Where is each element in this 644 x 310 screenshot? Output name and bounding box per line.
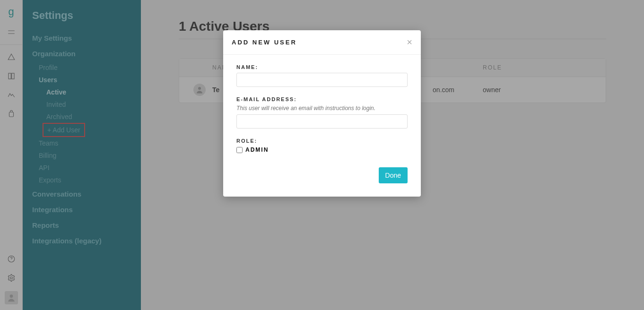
role-field-group: ROLE: ADMIN — [236, 138, 408, 153]
email-helper: This user will receive an email with ins… — [236, 105, 408, 112]
add-user-modal: ADD NEW USER × NAME: E-MAIL ADDRESS: Thi… — [223, 30, 421, 197]
admin-checkbox[interactable] — [236, 147, 243, 153]
role-label: ROLE: — [236, 138, 408, 144]
name-label: NAME: — [236, 64, 408, 70]
email-field-group: E-MAIL ADDRESS: This user will receive a… — [236, 96, 408, 129]
name-input[interactable] — [236, 73, 408, 87]
modal-header: ADD NEW USER × — [223, 30, 421, 55]
close-icon[interactable]: × — [407, 37, 412, 48]
done-button[interactable]: Done — [379, 167, 408, 183]
modal-title: ADD NEW USER — [232, 39, 297, 46]
email-input[interactable] — [236, 114, 408, 129]
email-label: E-MAIL ADDRESS: — [236, 96, 408, 102]
admin-label[interactable]: ADMIN — [245, 146, 269, 153]
name-field-group: NAME: — [236, 64, 408, 87]
